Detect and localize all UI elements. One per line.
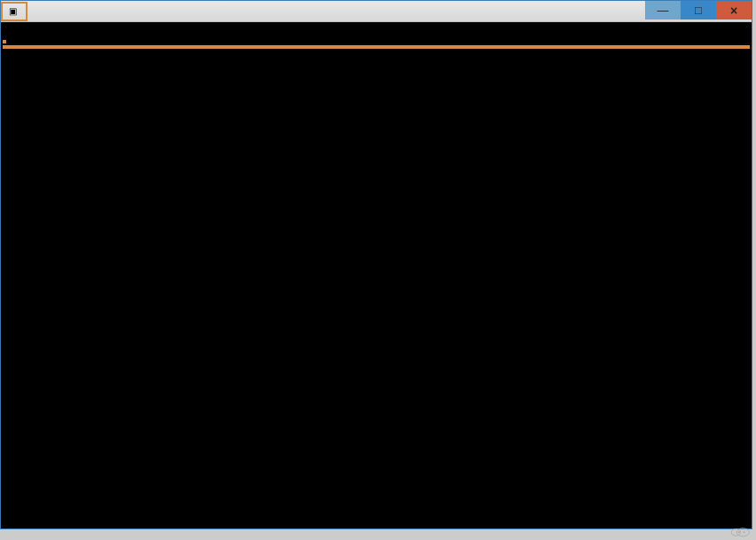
highlighted-command-line: [3, 40, 6, 43]
close-button[interactable]: ×: [716, 1, 752, 20]
cmd-icon: ▣: [6, 5, 19, 18]
svg-point-2: [738, 531, 740, 533]
console-area[interactable]: [1, 22, 752, 528]
window-controls: — □ ×: [645, 1, 752, 20]
title-section: ▣: [1, 2, 28, 21]
console-output-highlighted-box: [3, 45, 750, 49]
maximize-button[interactable]: □: [681, 1, 716, 20]
svg-point-3: [743, 531, 744, 533]
watermark: [730, 525, 752, 537]
command-prompt-window: ▣ — □ ×: [0, 0, 752, 529]
minimize-button[interactable]: —: [645, 1, 681, 20]
watermark-icon: [730, 525, 750, 537]
titlebar[interactable]: ▣ — □ ×: [1, 1, 752, 22]
